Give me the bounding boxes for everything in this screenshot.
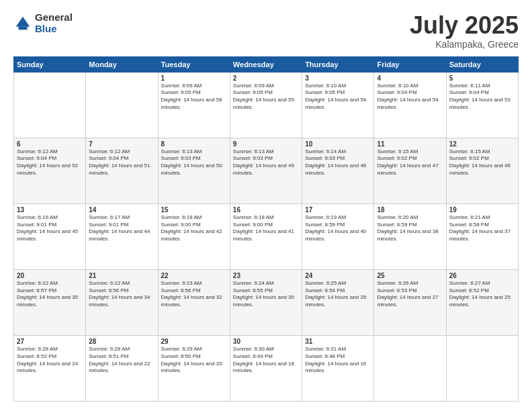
calendar-cell: 8Sunrise: 6:13 AMSunset: 9:03 PMDaylight… (158, 138, 230, 203)
calendar-cell: 28Sunrise: 6:28 AMSunset: 8:51 PMDayligh… (86, 335, 158, 401)
calendar-cell: 26Sunrise: 6:27 AMSunset: 8:52 PMDayligh… (446, 269, 518, 335)
weekday-header-saturday: Saturday (446, 56, 518, 72)
day-number: 17 (305, 206, 371, 214)
calendar-cell: 9Sunrise: 6:13 AMSunset: 9:03 PMDaylight… (230, 138, 302, 203)
day-number: 11 (377, 140, 443, 148)
day-number: 26 (449, 272, 515, 279)
calendar-page: General Blue July 2025 Kalampaka, Greece… (0, 0, 532, 411)
cell-info: Sunrise: 6:28 AMSunset: 8:52 PMDaylight:… (17, 346, 83, 375)
svg-rect-1 (18, 26, 27, 30)
day-number: 7 (89, 140, 154, 148)
cell-info: Sunrise: 6:25 AMSunset: 8:54 PMDaylight:… (305, 280, 371, 309)
calendar-cell: 14Sunrise: 6:17 AMSunset: 9:01 PMDayligh… (86, 203, 158, 269)
weekday-header-friday: Friday (374, 56, 446, 72)
cell-info: Sunrise: 6:22 AMSunset: 8:56 PMDaylight:… (89, 280, 154, 309)
calendar-cell: 2Sunrise: 6:09 AMSunset: 9:05 PMDaylight… (230, 72, 302, 138)
cell-info: Sunrise: 6:29 AMSunset: 8:50 PMDaylight:… (161, 346, 227, 375)
header: General Blue July 2025 Kalampaka, Greece (13, 12, 519, 50)
title-block: July 2025 Kalampaka, Greece (410, 12, 519, 50)
calendar-cell: 31Sunrise: 6:31 AMSunset: 8:48 PMDayligh… (302, 335, 374, 401)
week-row-5: 27Sunrise: 6:28 AMSunset: 8:52 PMDayligh… (14, 335, 519, 401)
cell-info: Sunrise: 6:23 AMSunset: 8:56 PMDaylight:… (161, 280, 227, 309)
cell-info: Sunrise: 6:22 AMSunset: 8:57 PMDaylight:… (17, 280, 83, 309)
day-number: 27 (17, 338, 83, 345)
day-number: 3 (305, 75, 371, 82)
cell-info: Sunrise: 6:13 AMSunset: 9:03 PMDaylight:… (233, 148, 299, 177)
calendar-cell: 29Sunrise: 6:29 AMSunset: 8:50 PMDayligh… (158, 335, 230, 401)
calendar-table: SundayMondayTuesdayWednesdayThursdayFrid… (13, 56, 519, 402)
day-number: 20 (17, 272, 83, 279)
day-number: 1 (161, 75, 227, 82)
week-row-1: 1Sunrise: 6:09 AMSunset: 9:05 PMDaylight… (14, 72, 519, 138)
day-number: 22 (161, 272, 227, 279)
weekday-header-tuesday: Tuesday (158, 56, 230, 72)
cell-info: Sunrise: 6:30 AMSunset: 8:49 PMDaylight:… (233, 346, 299, 375)
cell-info: Sunrise: 6:16 AMSunset: 9:01 PMDaylight:… (17, 214, 83, 243)
cell-info: Sunrise: 6:09 AMSunset: 9:05 PMDaylight:… (161, 83, 227, 111)
calendar-cell: 10Sunrise: 6:14 AMSunset: 9:03 PMDayligh… (302, 138, 374, 203)
calendar-cell: 22Sunrise: 6:23 AMSunset: 8:56 PMDayligh… (158, 269, 230, 335)
day-number: 6 (17, 140, 83, 148)
calendar-cell: 27Sunrise: 6:28 AMSunset: 8:52 PMDayligh… (14, 335, 86, 401)
cell-info: Sunrise: 6:31 AMSunset: 8:48 PMDaylight:… (305, 346, 371, 375)
calendar-cell: 15Sunrise: 6:18 AMSunset: 9:00 PMDayligh… (158, 203, 230, 269)
cell-info: Sunrise: 6:15 AMSunset: 9:02 PMDaylight:… (377, 148, 443, 177)
day-number: 16 (233, 206, 299, 214)
cell-info: Sunrise: 6:26 AMSunset: 8:53 PMDaylight:… (377, 280, 443, 309)
calendar-cell: 5Sunrise: 6:11 AMSunset: 9:04 PMDaylight… (446, 72, 518, 138)
calendar-cell: 24Sunrise: 6:25 AMSunset: 8:54 PMDayligh… (302, 269, 374, 335)
day-number: 23 (233, 272, 299, 279)
day-number: 29 (161, 338, 227, 345)
day-number: 5 (449, 75, 515, 82)
cell-info: Sunrise: 6:18 AMSunset: 9:00 PMDaylight:… (233, 214, 299, 243)
month-title: July 2025 (410, 12, 519, 39)
calendar-cell (446, 335, 518, 401)
logo-blue: Blue (35, 24, 73, 35)
svg-marker-0 (16, 16, 30, 26)
cell-info: Sunrise: 6:18 AMSunset: 9:00 PMDaylight:… (161, 214, 227, 243)
location: Kalampaka, Greece (410, 39, 519, 50)
calendar-cell: 11Sunrise: 6:15 AMSunset: 9:02 PMDayligh… (374, 138, 446, 203)
calendar-cell: 25Sunrise: 6:26 AMSunset: 8:53 PMDayligh… (374, 269, 446, 335)
day-number: 18 (377, 206, 443, 214)
cell-info: Sunrise: 6:11 AMSunset: 9:04 PMDaylight:… (449, 83, 515, 111)
logo: General Blue (13, 12, 73, 34)
calendar-cell (374, 335, 446, 401)
day-number: 9 (233, 140, 299, 148)
cell-info: Sunrise: 6:17 AMSunset: 9:01 PMDaylight:… (89, 214, 154, 243)
calendar-cell: 19Sunrise: 6:21 AMSunset: 8:58 PMDayligh… (446, 203, 518, 269)
day-number: 13 (17, 206, 83, 214)
day-number: 31 (305, 338, 371, 345)
cell-info: Sunrise: 6:24 AMSunset: 8:55 PMDaylight:… (233, 280, 299, 309)
day-number: 2 (233, 75, 299, 82)
cell-info: Sunrise: 6:20 AMSunset: 8:59 PMDaylight:… (377, 214, 443, 243)
week-row-4: 20Sunrise: 6:22 AMSunset: 8:57 PMDayligh… (14, 269, 519, 335)
cell-info: Sunrise: 6:14 AMSunset: 9:03 PMDaylight:… (305, 148, 371, 177)
day-number: 10 (305, 140, 371, 148)
calendar-cell: 16Sunrise: 6:18 AMSunset: 9:00 PMDayligh… (230, 203, 302, 269)
cell-info: Sunrise: 6:09 AMSunset: 9:05 PMDaylight:… (233, 83, 299, 111)
weekday-header-sunday: Sunday (14, 56, 86, 72)
day-number: 12 (449, 140, 515, 148)
calendar-cell: 18Sunrise: 6:20 AMSunset: 8:59 PMDayligh… (374, 203, 446, 269)
calendar-cell: 12Sunrise: 6:15 AMSunset: 9:02 PMDayligh… (446, 138, 518, 203)
cell-info: Sunrise: 6:12 AMSunset: 9:04 PMDaylight:… (89, 148, 154, 177)
calendar-cell: 4Sunrise: 6:10 AMSunset: 9:04 PMDaylight… (374, 72, 446, 138)
calendar-cell (86, 72, 158, 138)
logo-general: General (35, 12, 73, 24)
week-row-2: 6Sunrise: 6:12 AMSunset: 9:04 PMDaylight… (14, 138, 519, 203)
cell-info: Sunrise: 6:15 AMSunset: 9:02 PMDaylight:… (449, 148, 515, 177)
day-number: 19 (449, 206, 515, 214)
cell-info: Sunrise: 6:27 AMSunset: 8:52 PMDaylight:… (449, 280, 515, 309)
weekday-header-wednesday: Wednesday (230, 56, 302, 72)
day-number: 8 (161, 140, 227, 148)
cell-info: Sunrise: 6:10 AMSunset: 9:05 PMDaylight:… (305, 83, 371, 111)
calendar-cell: 21Sunrise: 6:22 AMSunset: 8:56 PMDayligh… (86, 269, 158, 335)
day-number: 25 (377, 272, 443, 279)
day-number: 4 (377, 75, 443, 82)
cell-info: Sunrise: 6:12 AMSunset: 9:04 PMDaylight:… (17, 148, 83, 177)
calendar-cell: 17Sunrise: 6:19 AMSunset: 8:59 PMDayligh… (302, 203, 374, 269)
cell-info: Sunrise: 6:10 AMSunset: 9:04 PMDaylight:… (377, 83, 443, 111)
calendar-cell: 6Sunrise: 6:12 AMSunset: 9:04 PMDaylight… (14, 138, 86, 203)
cell-info: Sunrise: 6:21 AMSunset: 8:58 PMDaylight:… (449, 214, 515, 243)
